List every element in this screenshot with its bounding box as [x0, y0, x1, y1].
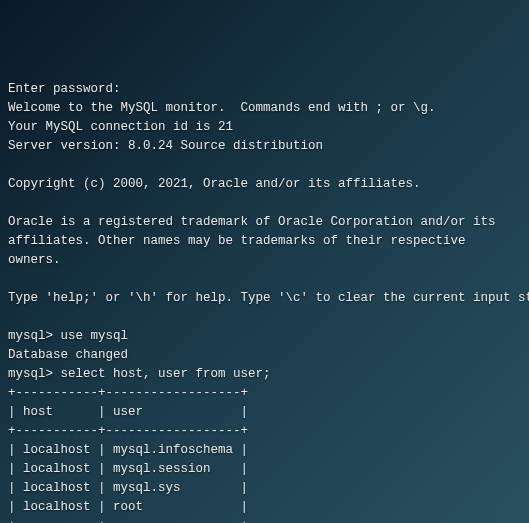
trademark-line-1: Oracle is a registered trademark of Orac… — [8, 215, 496, 229]
help-line: Type 'help;' or '\h' for help. Type '\c'… — [8, 291, 529, 305]
table-row: | localhost | root | — [8, 500, 248, 514]
trademark-line-2: affiliates. Other names may be trademark… — [8, 234, 466, 248]
terminal-output[interactable]: Enter password: Welcome to the MySQL mon… — [8, 80, 521, 523]
command-select: mysql> select host, user from user; — [8, 367, 271, 381]
table-row: | localhost | mysql.infoschema | — [8, 443, 248, 457]
table-row: | localhost | mysql.session | — [8, 462, 248, 476]
password-prompt: Enter password: — [8, 82, 121, 96]
table-border-mid: +-----------+------------------+ — [8, 424, 248, 438]
welcome-line: Welcome to the MySQL monitor. Commands e… — [8, 101, 436, 115]
server-version-line: Server version: 8.0.24 Source distributi… — [8, 139, 323, 153]
table-row: | localhost | mysql.sys | — [8, 481, 248, 495]
trademark-line-3: owners. — [8, 253, 61, 267]
database-changed-line: Database changed — [8, 348, 128, 362]
command-use-mysql: mysql> use mysql — [8, 329, 128, 343]
table-header: | host | user | — [8, 405, 248, 419]
table-border-bottom: +-----------+------------------+ — [8, 519, 248, 523]
connection-id-line: Your MySQL connection id is 21 — [8, 120, 233, 134]
copyright-line: Copyright (c) 2000, 2021, Oracle and/or … — [8, 177, 421, 191]
table-border-top: +-----------+------------------+ — [8, 386, 248, 400]
